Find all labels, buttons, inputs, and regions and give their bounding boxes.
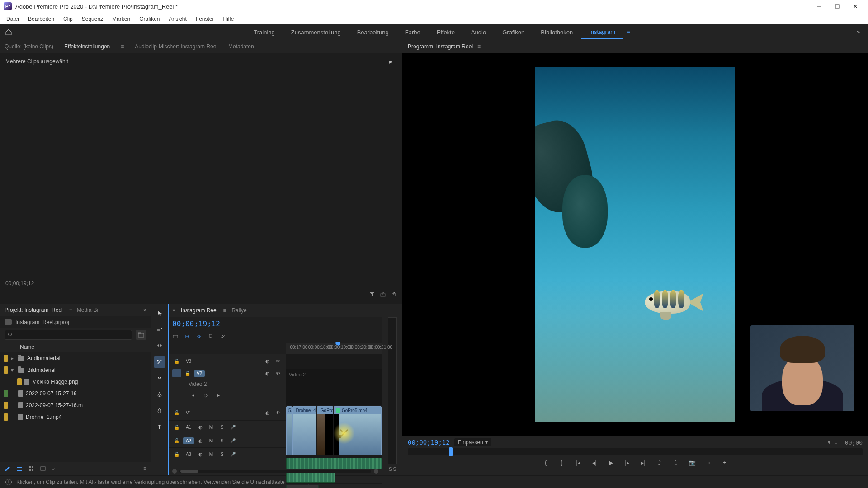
lock-icon[interactable]: 🔓 xyxy=(172,423,181,432)
tab-audio-mixer[interactable]: Audioclip-Mischer: Instagram Reel xyxy=(135,42,217,52)
ripple-edit-tool[interactable] xyxy=(154,340,165,352)
freeform-view-icon[interactable] xyxy=(40,465,46,472)
close-button[interactable] xyxy=(846,0,864,13)
workspace-training[interactable]: Training xyxy=(245,26,283,38)
step-forward-button[interactable]: |▸ xyxy=(622,457,632,468)
workspace-assembly[interactable]: Zusammenstellung xyxy=(283,26,349,38)
track-header-v3[interactable]: 🔓 V3 ◐ 👁 xyxy=(169,354,286,369)
solo-button[interactable]: S xyxy=(217,450,226,459)
tab-source[interactable]: Quelle: (keine Clips) xyxy=(5,42,53,52)
track-header-a1[interactable]: 🔓 A1 ◐ M S 🎤 xyxy=(169,421,286,434)
track-header-v2[interactable]: 🔓 V2 ◐ 👁 Video 2 ◂ ◇ xyxy=(169,369,286,405)
workspace-menu-icon[interactable]: ≡ xyxy=(623,29,634,35)
sequence-tab-rallye[interactable]: Rallye xyxy=(231,307,246,314)
snap-toggle[interactable] xyxy=(184,333,190,340)
play-button[interactable]: ▶ xyxy=(605,457,616,468)
workspace-overflow-icon[interactable]: » xyxy=(852,29,864,35)
lift-button[interactable]: ⤴ xyxy=(654,457,665,468)
menu-markers[interactable]: Marken xyxy=(108,14,135,24)
track-header-a3[interactable]: 🔓 A3 ◐ M S 🎤 xyxy=(169,448,286,461)
sequence-tab-active[interactable]: Instagram Reel xyxy=(181,307,217,314)
maximize-button[interactable] xyxy=(828,0,846,13)
linked-selection-toggle[interactable] xyxy=(196,333,202,340)
resolution-dropdown[interactable]: ▾ xyxy=(828,439,830,446)
pen-tool[interactable] xyxy=(154,389,165,400)
keyframe-add-icon[interactable]: ◇ xyxy=(201,391,210,399)
program-timecode[interactable]: 00;00;19;12 xyxy=(408,439,450,446)
time-ruler[interactable]: 00:17:00 00:00:18:00 00:00:19:00 00:00:2… xyxy=(286,343,382,354)
lock-icon[interactable]: 🔓 xyxy=(172,450,181,459)
lock-icon[interactable]: 🔓 xyxy=(172,357,181,366)
track-target-v2[interactable] xyxy=(172,369,181,377)
lock-icon[interactable]: 🔓 xyxy=(172,409,181,417)
nest-toggle[interactable] xyxy=(172,333,179,340)
scroll-thumb[interactable] xyxy=(180,470,198,473)
share-icon[interactable] xyxy=(391,291,397,297)
program-menu-icon[interactable]: ≡ xyxy=(477,43,481,50)
file-mexiko-flag[interactable]: Mexiko Flagge.png xyxy=(0,376,151,388)
timeline-timecode[interactable]: 00;00;19;12 xyxy=(172,319,220,328)
name-column-header[interactable]: Name xyxy=(20,344,34,350)
menu-sequence[interactable]: Sequenz xyxy=(77,14,108,24)
menu-help[interactable]: Hilfe xyxy=(219,14,239,24)
mark-out-button[interactable]: } xyxy=(557,457,567,468)
project-search-input[interactable] xyxy=(5,330,132,340)
workspace-color[interactable]: Farbe xyxy=(397,26,429,38)
track-output-icon[interactable]: ◐ xyxy=(196,450,205,459)
voice-record-icon[interactable]: 🎤 xyxy=(228,450,237,459)
workspace-libraries[interactable]: Bibliotheken xyxy=(533,26,581,38)
tab-metadata[interactable]: Metadaten xyxy=(228,42,254,52)
selection-tool[interactable] xyxy=(154,307,165,319)
track-visibility-icon[interactable]: 👁 xyxy=(274,357,283,366)
marker-add-icon[interactable] xyxy=(208,333,214,340)
keyframe-prev-icon[interactable]: ◂ xyxy=(189,391,198,399)
playhead-marker[interactable] xyxy=(338,343,338,354)
effect-expand-icon[interactable]: ▸ xyxy=(389,58,392,65)
track-output-icon[interactable]: ◐ xyxy=(263,369,272,377)
zoom-fit-dropdown[interactable]: Einpassen ▾ xyxy=(454,438,491,446)
wrench-settings-icon[interactable] xyxy=(219,333,226,340)
audio-clip-a2[interactable] xyxy=(286,471,335,483)
clip-gopro2[interactable]: GoPro2.mp4 xyxy=(317,406,333,455)
zoom-slider-handle[interactable]: ○ xyxy=(52,465,55,472)
file-recording-1[interactable]: 2022-09-07 15-27-16 xyxy=(0,388,151,399)
lock-icon[interactable]: 🔓 xyxy=(172,437,181,445)
slip-tool[interactable] xyxy=(154,372,165,384)
tab-effect-controls[interactable]: Effekteinstellungen xyxy=(64,42,110,52)
menu-file[interactable]: Datei xyxy=(2,14,24,24)
twisty-icon[interactable]: ▸ xyxy=(11,355,15,361)
track-header-a2[interactable]: 🔓 A2 ◐ M S 🎤 xyxy=(169,434,286,448)
playhead-line[interactable] xyxy=(338,354,338,468)
list-view-icon[interactable] xyxy=(16,465,23,472)
extract-button[interactable]: ⤵ xyxy=(670,457,681,468)
panel-menu-icon[interactable]: ≡ xyxy=(121,43,124,50)
settings-wrench-icon[interactable] xyxy=(834,439,840,446)
track-header-v1[interactable]: 🔓 V1 ◐ 👁 xyxy=(169,405,286,421)
close-sequence-icon[interactable]: × xyxy=(172,307,175,314)
step-back-button[interactable]: ◂| xyxy=(589,457,600,468)
workspace-graphics[interactable]: Grafiken xyxy=(494,26,533,38)
menu-window[interactable]: Fenster xyxy=(191,14,219,24)
go-to-in-button[interactable]: |◂ xyxy=(573,457,584,468)
filter-icon[interactable] xyxy=(369,291,375,297)
workspace-instagram[interactable]: Instagram xyxy=(581,26,623,39)
track-output-icon[interactable]: ◐ xyxy=(196,437,205,445)
project-menu-icon[interactable]: ≡ xyxy=(69,307,72,313)
menu-clip[interactable]: Clip xyxy=(59,14,77,24)
mark-in-button[interactable]: { xyxy=(540,457,551,468)
sort-icon[interactable]: ≡ xyxy=(143,465,146,472)
home-button[interactable] xyxy=(4,27,14,37)
timeline-menu-icon[interactable]: ≡ xyxy=(223,307,226,314)
solo-button[interactable]: S xyxy=(217,437,226,445)
button-editor-overflow[interactable]: » xyxy=(703,457,714,468)
mute-button[interactable]: M xyxy=(207,423,216,432)
lock-icon[interactable]: 🔓 xyxy=(183,369,192,377)
track-label-v2[interactable]: V2 xyxy=(194,370,205,377)
folder-bildmaterial[interactable]: ▾ Bildmaterial xyxy=(0,364,151,376)
export-icon[interactable] xyxy=(380,291,386,297)
scrub-playhead[interactable] xyxy=(449,447,453,456)
twisty-icon[interactable]: ▾ xyxy=(11,367,15,373)
project-tab[interactable]: Projekt: Instagram_Reel xyxy=(5,307,63,313)
track-select-tool[interactable] xyxy=(154,324,165,335)
go-to-out-button[interactable]: ▸| xyxy=(638,457,649,468)
